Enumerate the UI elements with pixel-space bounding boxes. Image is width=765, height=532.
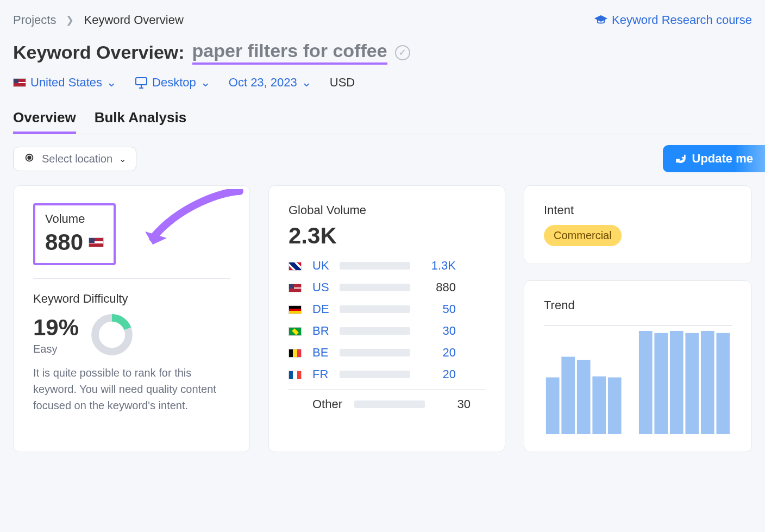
action-row: Select location ⌄ Update me [13,145,752,172]
be-flag-icon [289,349,302,358]
chevron-right-icon: ❯ [66,14,74,26]
global-volume-row: UK1.3K [289,259,485,273]
trend-label: Trend [544,298,732,312]
us-flag-icon [13,78,26,87]
device-filter[interactable]: Desktop ⌄ [135,76,210,90]
tab-bulk-analysis[interactable]: Bulk Analysis [95,109,187,134]
volume-bar [354,400,425,408]
fr-flag-icon [289,371,302,379]
svg-rect-17 [716,333,730,434]
us-flag-icon [289,284,302,292]
de-flag-icon [289,305,302,314]
svg-rect-6 [546,378,560,435]
svg-rect-14 [670,331,684,434]
keyword-difficulty-description: It is quite possible to rank for this ke… [33,365,230,414]
country-code[interactable]: FR [312,367,332,381]
keyword-research-course-link[interactable]: Keyword Research course [594,13,752,27]
difficulty-donut-chart [90,312,134,357]
svg-point-2 [28,156,31,159]
br-flag-icon [289,327,302,336]
divider [289,389,485,390]
course-link-label: Keyword Research course [612,13,752,27]
uk-flag-icon [289,262,302,271]
global-volume-row: US880 [289,280,485,295]
chevron-down-icon: ⌄ [200,76,210,90]
svg-rect-0 [136,78,147,85]
intent-badge: Commercial [544,225,622,246]
update-button-label: Update me [692,152,753,166]
location-pin-icon [23,153,35,165]
global-volume-row: BR30 [289,324,485,338]
svg-rect-13 [654,333,668,434]
svg-rect-16 [701,331,714,434]
volume-bar [340,305,410,313]
breadcrumb: Projects ❯ Keyword Overview Keyword Rese… [13,13,752,27]
keyword-difficulty-level: Easy [33,343,79,355]
svg-rect-9 [592,377,606,434]
country-filter[interactable]: United States ⌄ [13,76,116,90]
chevron-down-icon: ⌄ [119,154,126,164]
country-label-other: Other [312,397,342,411]
country-volume[interactable]: 20 [418,367,456,381]
intent-label: Intent [544,203,732,217]
country-code[interactable]: BE [312,346,332,360]
tabs: Overview Bulk Analysis [13,109,752,134]
volume-bar [340,284,410,291]
country-code[interactable]: DE [312,302,332,316]
refresh-icon [675,153,687,165]
annotation-arrow-icon [142,189,250,260]
volume-bar [340,327,410,335]
volume-bar [340,262,410,270]
keyword-difficulty-value: 19% [33,315,79,341]
tab-overview[interactable]: Overview [13,109,76,134]
svg-rect-10 [608,378,622,435]
breadcrumb-current: Keyword Overview [84,13,183,27]
us-flag-icon [89,237,104,247]
title-prefix: Keyword Overview: [13,42,185,63]
global-volume-value: 2.3K [289,223,485,249]
desktop-icon [135,77,148,89]
country-volume: 880 [418,280,456,295]
graduation-cap-icon [594,14,607,27]
global-volume-row: DE50 [289,302,485,316]
country-volume[interactable]: 50 [418,302,456,316]
country-volume[interactable]: 30 [418,324,456,338]
country-volume-other: 30 [432,397,471,411]
volume-bar [340,371,410,378]
intent-card: Intent Commercial [524,185,752,264]
date-filter-label: Oct 23, 2023 [229,76,297,90]
page-title: Keyword Overview: paper filters for coff… [13,40,752,65]
select-location-placeholder: Select location [42,153,112,165]
global-volume-label: Global Volume [289,203,485,217]
breadcrumb-root[interactable]: Projects [13,13,56,27]
trend-bar-chart [544,320,732,434]
chevron-down-icon: ⌄ [302,76,311,90]
country-volume[interactable]: 1.3K [418,259,456,273]
chevron-down-icon: ⌄ [106,76,116,90]
keyword-difficulty-label: Keyword Difficulty [33,292,230,306]
title-keyword: paper filters for coffee [192,40,387,65]
divider [33,278,230,279]
country-code[interactable]: BR [312,324,332,338]
update-metrics-button[interactable]: Update me [663,145,765,172]
select-location-dropdown[interactable]: Select location ⌄ [13,147,136,171]
check-circle-icon[interactable]: ✓ [395,45,410,60]
svg-rect-15 [685,333,699,434]
global-volume-row: BE20 [289,346,485,360]
currency-label: USD [330,76,355,90]
svg-rect-7 [561,357,575,435]
country-code[interactable]: US [312,280,332,295]
trend-card: Trend [524,280,752,452]
country-filter-label: United States [30,76,102,90]
svg-rect-12 [639,331,653,434]
volume-label: Volume [45,212,104,226]
device-filter-label: Desktop [152,76,196,90]
global-volume-row-other: Other 30 [289,397,485,411]
global-volume-row: FR20 [289,367,485,381]
volume-value: 880 [45,229,83,255]
volume-bar [340,349,410,356]
country-volume[interactable]: 20 [418,346,456,360]
date-filter[interactable]: Oct 23, 2023 ⌄ [229,76,311,90]
country-code[interactable]: UK [312,259,332,273]
svg-rect-8 [577,360,591,434]
